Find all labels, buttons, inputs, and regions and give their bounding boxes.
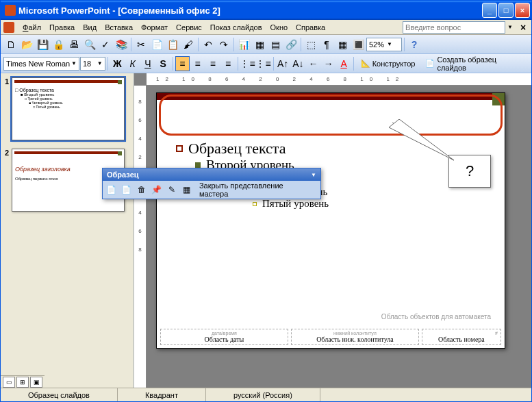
bold-button[interactable]: Ж (110, 56, 125, 71)
menu-slideshow[interactable]: Показ слайдов (206, 22, 266, 33)
sorter-view-button[interactable]: ⊞ (16, 377, 29, 388)
help-search-dropdown[interactable]: ▼ (505, 24, 515, 30)
master-toolbar: Образец▼ 📄 📄 🗑 📌 ✎ ▦ Закрыть представлен… (102, 168, 321, 199)
open-button[interactable]: 📂 (19, 37, 34, 52)
menu-tools[interactable]: Сервис (172, 22, 206, 33)
statusbar: Образец слайдов Квадрант русский (Россия… (1, 388, 531, 401)
decrease-indent-button[interactable]: ← (306, 56, 320, 71)
new-slide-master-button[interactable]: 📄Создать образец слайдов (420, 56, 529, 71)
thumb-number: 2 (3, 149, 12, 212)
preserve-master-button[interactable]: 📌 (150, 183, 164, 197)
titlebar: Microsoft PowerPoint - [Современный офис… (1, 1, 531, 20)
justify-button[interactable]: ≡ (220, 56, 235, 71)
slide-master: Образец текста Второй уровень Третий уро… (156, 92, 505, 349)
redo-button[interactable]: ↷ (216, 37, 231, 52)
close-button[interactable]: × (515, 3, 530, 18)
delete-master-button[interactable]: 🗑 (135, 183, 149, 197)
status-template: Квадрант (118, 388, 206, 401)
menu-insert[interactable]: Вставка (101, 22, 137, 33)
doc-name: [Современный офис 2] (118, 5, 220, 16)
align-right-button[interactable]: ≡ (205, 56, 220, 71)
cut-button[interactable]: ✂ (134, 37, 149, 52)
designer-button[interactable]: 📐Конструктор (356, 56, 420, 71)
spelling-button[interactable]: ✓ (98, 37, 113, 52)
level1-text: Образец текста (188, 140, 286, 158)
insert-title-master-button[interactable]: 📄 (120, 183, 134, 197)
font-color-button[interactable]: A (336, 56, 351, 71)
print-button[interactable]: 🖶 (66, 37, 81, 52)
save-button[interactable]: 💾 (35, 37, 50, 52)
increase-indent-button[interactable]: → (321, 56, 335, 71)
zoom-combo[interactable]: 52%▼ (366, 38, 402, 51)
powerpoint-icon (3, 22, 14, 33)
level5-text: Пятый уровень (262, 198, 329, 210)
grid-button[interactable]: ▦ (335, 37, 350, 52)
view-buttons: ▭ ⊞ ▣ (1, 375, 45, 388)
menubar: Файл Правка Вид Вставка Формат Сервис По… (1, 20, 531, 35)
color-button[interactable]: 🔳 (351, 37, 366, 52)
horizontal-ruler: 12 10 8 6 4 2 0 2 4 6 8 10 12 (147, 73, 531, 86)
close-master-view-button[interactable]: Закрыть представление мастера (195, 183, 318, 197)
slide-thumb-1[interactable]: □ Образец текста ■ Второй уровень □ Трет… (12, 77, 125, 140)
standard-toolbar: 🗋 📂 💾 🔒 🖶 🔍 ✓ 📚 ✂ 📄 📋 🖌 ↶ ↷ 📊 ▦ ▤ 🔗 ⬚ ¶ … (1, 35, 531, 54)
callout-text: ? (466, 162, 474, 180)
number-placeholder[interactable]: #Область номера (422, 329, 501, 345)
auto-layout-label: Область объектов для автомакета (381, 313, 491, 321)
research-button[interactable]: 📚 (114, 37, 129, 52)
menu-edit[interactable]: Правка (45, 22, 79, 33)
print-preview-button[interactable]: 🔍 (82, 37, 97, 52)
menu-window[interactable]: Окно (266, 22, 292, 33)
insert-hyperlink-button[interactable]: 🔗 (283, 37, 299, 52)
font-combo[interactable]: Times New Roman▼ (3, 57, 79, 71)
editor-area: 12 10 8 6 4 2 0 2 4 6 8 10 12 864202468 … (134, 73, 531, 388)
close-document-button[interactable]: × (518, 22, 529, 33)
rename-master-button[interactable]: ✎ (165, 183, 179, 197)
paste-button[interactable]: 📋 (165, 37, 180, 52)
menu-format[interactable]: Формат (137, 22, 172, 33)
menu-help[interactable]: Справка (292, 22, 329, 33)
insert-table-button[interactable]: ▦ (252, 37, 267, 52)
slide-thumbnails-panel: 1 □ Образец текста ■ Второй уровень □ Тр… (1, 73, 134, 388)
insert-slide-master-button[interactable]: 📄 (105, 183, 118, 197)
help-search-input[interactable] (403, 21, 505, 34)
font-size-combo[interactable]: 18▼ (80, 57, 105, 71)
shadow-button[interactable]: S (155, 56, 170, 71)
menu-file[interactable]: Файл (18, 22, 45, 33)
minimize-button[interactable]: _ (482, 3, 497, 18)
new-button[interactable]: 🗋 (3, 37, 18, 52)
footer-placeholder[interactable]: нижний колонтитулОбласть ниж. колонтитул… (291, 329, 419, 345)
align-center-button[interactable]: ≡ (190, 56, 205, 71)
slide-canvas[interactable]: Образец текста Второй уровень Третий уро… (147, 86, 531, 388)
master-toolbar-titlebar[interactable]: Образец▼ (103, 168, 320, 181)
format-painter-button[interactable]: 🖌 (181, 37, 196, 52)
tables-borders-button[interactable]: ▤ (268, 37, 283, 52)
insert-chart-button[interactable]: 📊 (236, 37, 251, 52)
app-name: Microsoft PowerPoint (18, 5, 110, 16)
align-left-button[interactable]: ≡ (175, 56, 190, 71)
help-button[interactable]: ? (407, 37, 422, 52)
undo-button[interactable]: ↶ (201, 37, 216, 52)
italic-button[interactable]: К (125, 56, 140, 71)
decrease-font-button[interactable]: A↓ (291, 56, 305, 71)
master-layout-button[interactable]: ▦ (180, 183, 194, 197)
numbering-button[interactable]: ⋮≡ (240, 56, 255, 71)
underline-button[interactable]: Ч (140, 56, 155, 71)
callout-annotation: ? (448, 155, 491, 188)
show-formatting-button[interactable]: ¶ (319, 37, 334, 52)
normal-view-button[interactable]: ▭ (3, 377, 15, 388)
status-master: Образец слайдов (1, 388, 118, 401)
permission-button[interactable]: 🔒 (51, 37, 66, 52)
formatting-toolbar: Times New Roman▼ 18▼ Ж К Ч S ≡ ≡ ≡ ≡ ⋮≡ … (1, 54, 531, 73)
status-language[interactable]: русский (Россия) (206, 388, 320, 401)
slideshow-view-button[interactable]: ▣ (30, 377, 42, 388)
vertical-ruler: 864202468 (134, 86, 147, 388)
increase-font-button[interactable]: A↑ (276, 56, 290, 71)
menu-view[interactable]: Вид (79, 22, 101, 33)
thumb-number: 1 (3, 77, 12, 140)
bullets-button[interactable]: ⋮≡ (256, 56, 271, 71)
app-icon (5, 5, 16, 16)
copy-button[interactable]: 📄 (149, 37, 164, 52)
maximize-button[interactable]: □ (498, 3, 514, 18)
date-placeholder[interactable]: дата/времяОбласть даты (160, 329, 288, 345)
expand-all-button[interactable]: ⬚ (303, 37, 318, 52)
